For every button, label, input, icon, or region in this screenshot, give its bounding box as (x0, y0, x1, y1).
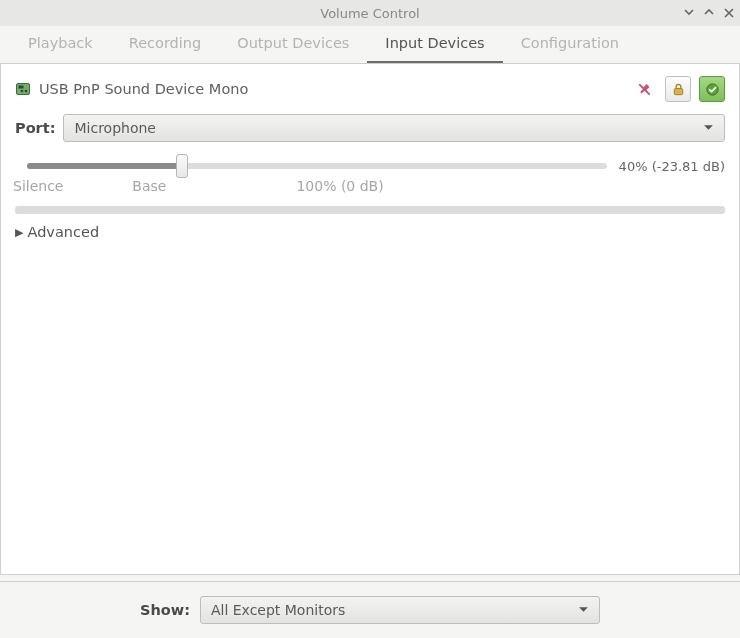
input-devices-panel: USB PnP Sound Device Mono (0, 64, 740, 575)
close-button[interactable] (724, 7, 734, 20)
scale-100: 100% (0 dB) (296, 178, 383, 194)
scale-silence: Silence (13, 178, 63, 194)
svg-rect-1 (19, 86, 24, 89)
svg-point-2 (25, 90, 28, 93)
svg-point-3 (21, 90, 24, 93)
window-title: Volume Control (320, 6, 419, 21)
chevron-down-icon (703, 120, 714, 136)
volume-control-window: Volume Control Playback Recording Output… (0, 0, 740, 638)
volume-slider-thumb[interactable] (176, 154, 188, 178)
tab-configuration[interactable]: Configuration (503, 25, 637, 63)
volume-readout: 40% (-23.81 dB) (619, 159, 725, 174)
tab-output-devices[interactable]: Output Devices (219, 25, 367, 63)
advanced-expander[interactable]: ▶ Advanced (15, 224, 725, 240)
maximize-button[interactable] (704, 7, 714, 19)
port-label: Port: (15, 120, 55, 136)
volume-slider[interactable] (27, 156, 607, 176)
svg-point-5 (706, 83, 717, 94)
port-dropdown[interactable]: Microphone (63, 114, 725, 142)
svg-rect-0 (17, 84, 30, 95)
svg-rect-4 (674, 88, 682, 94)
footer: Show: All Except Monitors (0, 581, 740, 638)
show-label: Show: (140, 602, 190, 618)
tab-bar: Playback Recording Output Devices Input … (0, 26, 740, 64)
port-value: Microphone (74, 120, 156, 136)
tab-recording[interactable]: Recording (111, 25, 220, 63)
show-dropdown[interactable]: All Except Monitors (200, 596, 600, 624)
tab-playback[interactable]: Playback (10, 25, 111, 63)
chevron-down-icon (578, 602, 589, 618)
input-level-meter (15, 206, 725, 214)
volume-scale: Silence Base 100% (0 dB) (27, 178, 725, 198)
show-value: All Except Monitors (211, 602, 345, 618)
window-controls (684, 0, 734, 26)
lock-channels-button[interactable] (665, 76, 691, 102)
mute-button[interactable] (631, 76, 657, 102)
device-name: USB PnP Sound Device Mono (39, 81, 248, 97)
set-fallback-button[interactable] (699, 76, 725, 102)
advanced-label: Advanced (27, 224, 99, 240)
tab-input-devices[interactable]: Input Devices (367, 25, 502, 63)
titlebar: Volume Control (0, 0, 740, 26)
sound-card-icon (15, 81, 31, 97)
device-header: USB PnP Sound Device Mono (13, 76, 727, 110)
volume-slider-row: 40% (-23.81 dB) (13, 150, 727, 176)
port-row: Port: Microphone (13, 110, 727, 150)
triangle-right-icon: ▶ (15, 226, 23, 239)
scale-base: Base (132, 178, 166, 194)
minimize-button[interactable] (684, 7, 694, 19)
